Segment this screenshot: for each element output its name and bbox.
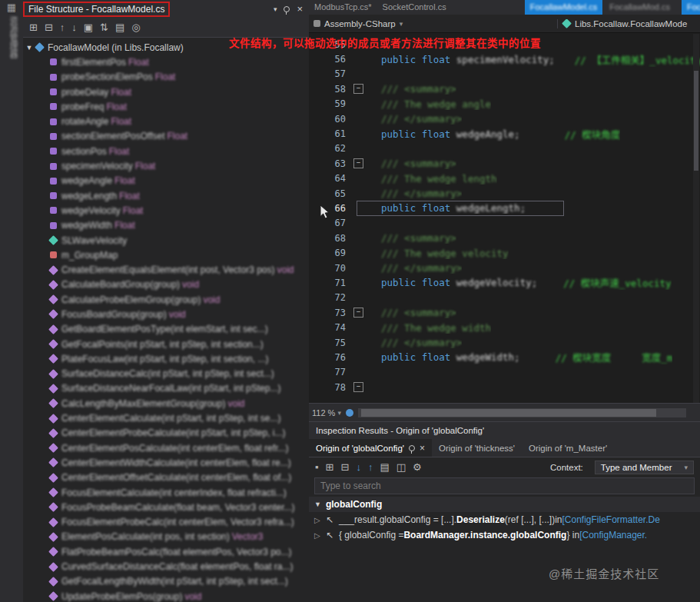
- inspection-tab[interactable]: Origin of 'globalConfig'×: [309, 439, 432, 457]
- tree-item[interactable]: CenterElementCalculate(int pStart, int p…: [23, 411, 309, 425]
- editor-tab[interactable]: SocketControl.cs: [377, 0, 452, 15]
- context-dropdown[interactable]: Type and Member ▾: [595, 461, 694, 474]
- fold-icon[interactable]: −: [353, 158, 363, 168]
- tree-item[interactable]: rotateAngleFloat: [23, 114, 309, 128]
- code-line[interactable]: 63−/// <summary>: [309, 156, 700, 171]
- chevron-down-icon[interactable]: ▾: [337, 409, 341, 417]
- zoom-level[interactable]: 112 %: [312, 408, 335, 417]
- line-number[interactable]: 58: [309, 84, 353, 95]
- code-line[interactable]: 60/// </summary>: [309, 111, 700, 126]
- copy-icon[interactable]: ▣: [84, 22, 93, 32]
- tree-item[interactable]: specimenVelocityFloat: [23, 158, 309, 173]
- docked-tool-tab[interactable]: 资源管理器: [7, 16, 19, 58]
- chevron-down-icon[interactable]: ▾: [274, 5, 277, 13]
- line-number[interactable]: 63: [309, 158, 353, 169]
- pin-icon[interactable]: [284, 6, 290, 12]
- line-number[interactable]: 75: [309, 338, 353, 348]
- tree-item[interactable]: CurvedSurfaceDistanceCalc(float elementP…: [23, 559, 309, 574]
- expand-all-icon[interactable]: ⊞: [29, 22, 38, 32]
- code-line[interactable]: 62: [309, 141, 700, 156]
- line-number[interactable]: 69: [309, 248, 353, 258]
- line-number[interactable]: 56: [309, 54, 353, 65]
- tree-item[interactable]: GetBoardElementPosType(int elemStart, in…: [23, 322, 309, 337]
- code-line[interactable]: 61public float wedgeAngle;// 楔块角度: [309, 126, 700, 141]
- tree-item[interactable]: probeSectionElemPosFloat: [23, 70, 309, 85]
- tree-item[interactable]: GetFocalLengthByWidth(int pStart, int pS…: [23, 574, 309, 589]
- code-line[interactable]: 74/// The wedge width: [309, 320, 700, 334]
- group-members-icon[interactable]: ▤: [115, 22, 124, 32]
- line-number[interactable]: 78: [309, 382, 353, 393]
- window-grid-icon[interactable]: ▦: [0, 0, 23, 13]
- code-line[interactable]: 66public float wedgeLength;: [309, 201, 700, 215]
- vertical-scrollbar[interactable]: [693, 34, 699, 403]
- collapse-icon[interactable]: ▼: [314, 501, 321, 508]
- line-number[interactable]: 59: [309, 98, 353, 109]
- code-line[interactable]: 68/// <summary>: [309, 231, 700, 245]
- code-line[interactable]: 57: [309, 67, 700, 81]
- tree-item[interactable]: CreateElementEqualsElement(int post, Vec…: [23, 262, 309, 277]
- collapse-all-icon[interactable]: ⊟: [45, 22, 53, 32]
- chevron-down-icon[interactable]: ▾: [400, 20, 403, 28]
- nav-up-icon[interactable]: ↑: [368, 462, 373, 472]
- tree-item[interactable]: sectionPosFloat: [23, 144, 309, 158]
- tree-item[interactable]: probeDelayFloat: [23, 85, 309, 99]
- tree-item[interactable]: sectionElementPosOffsetFloat: [23, 129, 309, 144]
- code-line[interactable]: 70/// </summary>: [309, 261, 700, 275]
- code-line[interactable]: 56public float specimenVelocity;// 【工件相关…: [309, 52, 700, 66]
- code-line[interactable]: 58−/// <summary>: [309, 81, 700, 96]
- tree-item[interactable]: FocusBoardGroup(group)void: [23, 307, 309, 321]
- result-group-row[interactable]: ▼ globalConfig: [309, 497, 700, 512]
- tree-item[interactable]: CalculateProbeElemGroup(group)void: [23, 292, 309, 307]
- code-editor[interactable]: 5556public float specimenVelocity;// 【工件…: [309, 33, 700, 407]
- line-number[interactable]: 62: [309, 143, 353, 154]
- tree-item[interactable]: FocusElementCalculate(int centerIndex, f…: [23, 485, 309, 500]
- line-number[interactable]: 70: [309, 263, 353, 274]
- line-number[interactable]: 76: [309, 352, 353, 363]
- code-line[interactable]: 71public float wedgeVelocity;// 楔块声速_vel…: [309, 275, 700, 290]
- line-number[interactable]: 74: [309, 322, 353, 333]
- inspection-tab[interactable]: Origin of 'm_Master': [522, 439, 614, 457]
- tree-item[interactable]: CenterElementOffsetCalculate(int centerE…: [23, 471, 309, 485]
- project-dropdown[interactable]: Assembly-CSharp: [324, 19, 396, 28]
- code-line[interactable]: 72: [309, 291, 700, 305]
- sync-icon[interactable]: [346, 409, 353, 417]
- tree-item[interactable]: SurfaceDistanceNearFocalLaw(int pStart, …: [23, 381, 309, 396]
- nav-down-icon[interactable]: ↓: [356, 462, 361, 472]
- tree-item[interactable]: ElementPosCalculate(int pos, int section…: [23, 530, 309, 544]
- code-line[interactable]: 76public float wedgeWidth;// 楔块宽度宽度_m: [309, 350, 700, 364]
- code-line[interactable]: 64/// The wedge length: [309, 171, 700, 186]
- line-number[interactable]: 71: [309, 278, 353, 288]
- editor-tab[interactable]: ModbusTcp.cs*: [309, 0, 377, 15]
- columns-icon[interactable]: ◫: [396, 462, 406, 472]
- tree-item[interactable]: FocusElementProbeCalc(int centerElem, Ve…: [23, 515, 309, 530]
- line-number[interactable]: 64: [309, 173, 353, 184]
- line-number[interactable]: 72: [309, 292, 353, 303]
- fold-icon[interactable]: −: [353, 382, 363, 392]
- scrollbar-thumb[interactable]: [694, 71, 698, 171]
- tree-item[interactable]: wedgeWidthFloat: [23, 218, 309, 233]
- tree-item[interactable]: FocusProbeBeamCalculate(float beam, Vect…: [23, 500, 309, 514]
- scrollbar-thumb[interactable]: [361, 409, 656, 417]
- settings-icon[interactable]: ⚙: [413, 462, 422, 472]
- code-line[interactable]: 59/// The wedge angle: [309, 97, 700, 111]
- pin-icon[interactable]: [409, 445, 415, 451]
- track-active-icon[interactable]: ◎: [131, 22, 140, 32]
- line-number[interactable]: 61: [309, 128, 353, 139]
- tree-item[interactable]: m_GroupMap: [23, 248, 309, 262]
- code-line[interactable]: 65/// </summary>: [309, 186, 700, 201]
- tree-item[interactable]: probeFreqFloat: [23, 99, 309, 114]
- view-list-icon[interactable]: ▤: [380, 462, 389, 472]
- tree-item[interactable]: FlatProbeBeamPosCalc(float elementPos, V…: [23, 544, 309, 559]
- tree-item[interactable]: CalculateBoardGroup(group)void: [23, 278, 309, 292]
- result-row[interactable]: ▷↖{ globalConfig = BoardManager.instance…: [309, 527, 700, 543]
- editor-tab[interactable]: Focal: [682, 0, 700, 15]
- tree-item[interactable]: PlateFocusLaw(int pStart, int pStep, int…: [23, 351, 309, 366]
- tree-item[interactable]: CalcLengthByMaxElementGroup(group)void: [23, 396, 309, 411]
- tree-item[interactable]: wedgeVelocityFloat: [23, 203, 309, 218]
- code-line[interactable]: 77: [309, 365, 700, 380]
- type-dropdown[interactable]: Libs.Focallaw.FocallawMode: [557, 19, 695, 28]
- code-line[interactable]: 75/// </summary>: [309, 335, 700, 350]
- code-line[interactable]: 73−/// <summary>: [309, 305, 700, 320]
- tree-item[interactable]: wedgeLengthFloat: [23, 188, 309, 203]
- tree-item[interactable]: UpdateProbeElemPos(group)void: [23, 589, 309, 602]
